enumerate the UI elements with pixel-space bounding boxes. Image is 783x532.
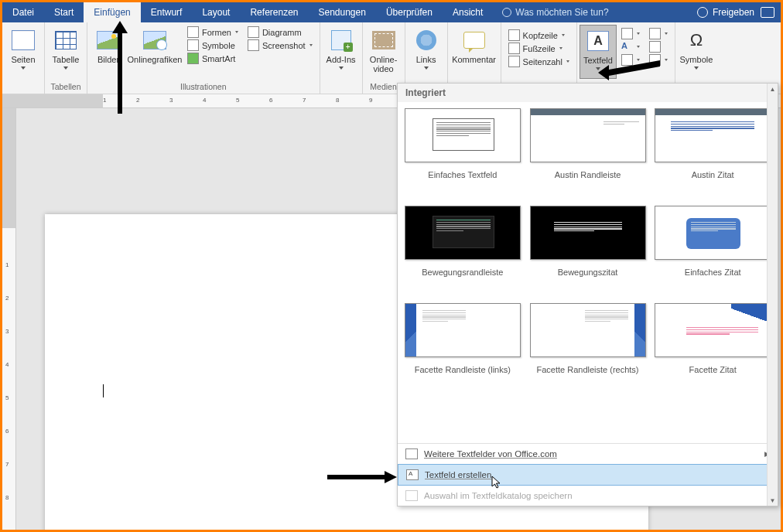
online-picture-icon — [143, 31, 166, 49]
menu-entwurf[interactable]: Entwurf — [141, 2, 193, 22]
thumb — [405, 108, 521, 162]
signature-icon — [649, 28, 661, 39]
tile-austin-quote[interactable]: Austin Zitat — [654, 108, 771, 206]
screenshot-button[interactable]: Screenshot — [248, 39, 313, 51]
addins-button[interactable]: Add-Ins — [323, 25, 360, 79]
app-window: Datei Start Einfügen Entwurf Layout Refe… — [2, 2, 781, 530]
icons-icon — [187, 39, 199, 51]
pages-icon — [12, 30, 35, 50]
shapes-icon — [187, 26, 199, 38]
scroll-down-icon[interactable]: ▼ — [768, 495, 778, 506]
links-button[interactable]: Links — [408, 25, 445, 79]
thumb — [655, 303, 771, 357]
menu-layout[interactable]: Layout — [192, 2, 240, 22]
datetime-button[interactable] — [649, 41, 668, 53]
dropdown-gallery: Einfaches Textfeld Austin Randleiste Aus… — [398, 102, 778, 443]
signature-button[interactable] — [649, 28, 668, 39]
chevron-down-icon — [665, 59, 668, 61]
chevron-down-icon — [309, 44, 313, 46]
chevron-down-icon — [63, 66, 68, 70]
online-pictures-button[interactable]: Onlinegrafiken — [127, 25, 183, 79]
thumb — [405, 206, 521, 260]
save-to-gallery: Auswahl im Textfeldkatalog speichern — [398, 486, 778, 506]
menu-ueberpruefen[interactable]: Überprüfen — [376, 2, 443, 22]
online-video-button[interactable]: Online-video — [365, 25, 402, 79]
dropdown-header: Integriert — [398, 84, 778, 102]
svg-marker-2 — [327, 471, 397, 483]
page-number-icon — [508, 56, 520, 67]
smartart-icon — [187, 53, 199, 64]
group-seiten: Seiten — [2, 22, 45, 94]
chevron-down-icon — [339, 66, 344, 70]
menu-sendungen[interactable]: Sendungen — [309, 2, 376, 22]
quickparts-button[interactable] — [621, 28, 640, 39]
tell-me[interactable]: Was möchten Sie tun? — [493, 2, 617, 22]
tile-facet-left[interactable]: Facette Randleiste (links) — [404, 303, 521, 401]
tile-austin-margin[interactable]: Austin Randleiste — [529, 108, 647, 206]
draw-textbox[interactable]: A Textfeld erstellen — [398, 464, 778, 486]
header-icon — [508, 29, 520, 41]
chart-button[interactable]: Diagramm — [248, 26, 313, 38]
chevron-down-icon — [694, 66, 699, 70]
tile-motion-margin[interactable]: Bewegungsrandleiste — [404, 206, 521, 303]
chevron-down-icon — [637, 32, 640, 35]
bulb-icon — [502, 8, 511, 17]
footer-button[interactable]: Fußzeile — [508, 43, 569, 54]
links-icon — [416, 30, 436, 50]
menu-einfuegen[interactable]: Einfügen — [84, 2, 140, 22]
textbox-dropdown: Integriert Einfaches Textfeld — [397, 83, 778, 506]
dropdown-scrollbar[interactable]: ▲ ▼ — [767, 84, 778, 506]
thumb — [655, 206, 771, 260]
tile-facet-quote[interactable]: Facette Zitat — [654, 303, 771, 401]
header-button[interactable]: Kopfzeile — [508, 29, 569, 41]
tile-facet-right[interactable]: Facette Randleiste (rechts) — [529, 303, 647, 401]
wordart-button[interactable]: A — [621, 41, 640, 53]
symbols-button[interactable]: Ω Symbole — [678, 25, 715, 79]
shapes-button[interactable]: Formen — [187, 26, 238, 38]
share-button[interactable]: Freigeben — [697, 2, 761, 22]
tile-motion-quote[interactable]: Bewegungszitat — [529, 206, 647, 303]
menu-datei[interactable]: Datei — [2, 2, 44, 22]
comment-bubble-icon — [463, 32, 485, 49]
table-button[interactable]: Tabelle — [47, 25, 84, 79]
chevron-down-icon — [559, 47, 562, 49]
menu-ansicht[interactable]: Ansicht — [443, 2, 493, 22]
tile-simple-textbox[interactable]: Einfaches Textfeld — [404, 108, 521, 206]
comment-button[interactable]: Kommentar — [450, 25, 498, 79]
textbox-icon: A — [587, 31, 609, 51]
pages-button[interactable]: Seiten — [5, 25, 42, 79]
chevron-down-icon — [235, 31, 238, 33]
thumb — [530, 303, 646, 357]
chevron-down-icon — [424, 66, 429, 70]
tell-me-text: Was möchten Sie tun? — [515, 7, 608, 18]
mouse-cursor-icon — [491, 476, 502, 489]
table-icon — [55, 31, 77, 49]
save-icon — [405, 490, 418, 501]
svg-marker-1 — [598, 60, 660, 80]
more-from-office[interactable]: Weitere Textfelder von Office.com ▶ — [398, 444, 778, 464]
chevron-down-icon — [665, 32, 668, 35]
chart-icon — [248, 26, 259, 38]
share-icon — [697, 7, 708, 18]
tile-simple-quote[interactable]: Einfaches Zitat — [654, 206, 771, 303]
icons-button[interactable]: Symbole — [187, 39, 238, 51]
chevron-down-icon — [637, 46, 640, 48]
quickparts-icon — [621, 28, 633, 39]
scroll-up-icon[interactable]: ▲ — [768, 84, 778, 94]
menubar: Datei Start Einfügen Entwurf Layout Refe… — [2, 2, 781, 22]
svg-marker-0 — [112, 21, 128, 114]
ruler-vertical[interactable]: 12345678 — [2, 108, 16, 530]
screenshot-icon — [248, 39, 259, 51]
thumb — [530, 206, 646, 260]
group-addins: Add-Ins — [320, 22, 363, 94]
chevron-down-icon — [566, 60, 569, 63]
datetime-icon — [649, 41, 661, 53]
page-number-button[interactable]: Seitenzahl — [508, 56, 569, 67]
comments-button[interactable] — [761, 2, 781, 22]
smartart-button[interactable]: SmartArt — [187, 53, 238, 64]
thumb — [405, 303, 521, 357]
group-tabellen: Tabelle Tabellen — [45, 22, 87, 94]
menu-referenzen[interactable]: Referenzen — [240, 2, 308, 22]
menu-start[interactable]: Start — [44, 2, 84, 22]
share-label: Freigeben — [713, 7, 754, 18]
